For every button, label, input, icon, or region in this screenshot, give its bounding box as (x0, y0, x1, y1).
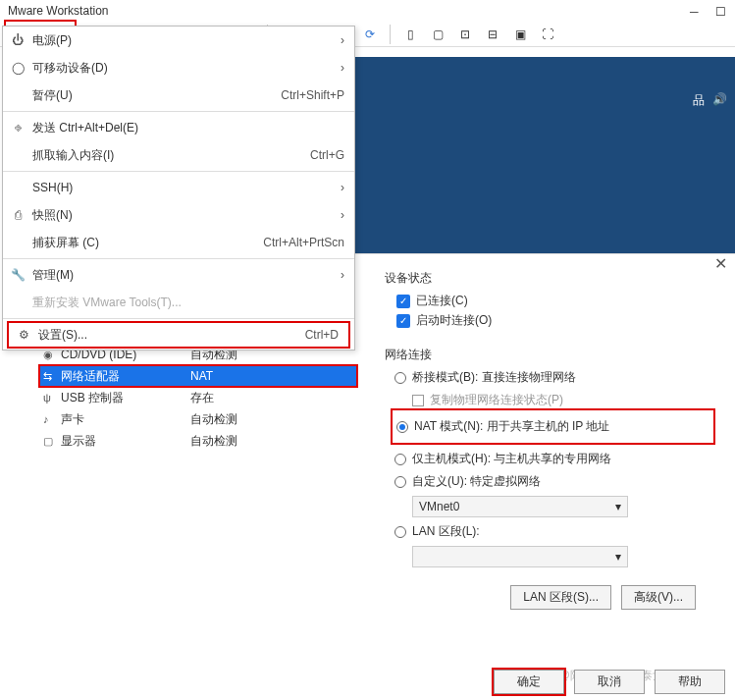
layout1-icon[interactable]: ▯ (398, 23, 422, 46)
cancel-button[interactable]: 取消 (574, 670, 645, 694)
camera-icon: ⎙ (11, 208, 25, 222)
chk-connect-poweron[interactable]: ✓启动时连接(O) (396, 312, 715, 329)
display-icon: ▢ (43, 435, 61, 448)
custom-vmnet-select: VMnet0▾ (412, 496, 628, 517)
radio-icon (394, 372, 406, 384)
chevron-right-icon: › (341, 33, 344, 47)
radio-lan[interactable]: LAN 区段(L): (394, 523, 715, 540)
chevron-down-icon: ▾ (615, 500, 621, 513)
radio-icon (394, 476, 406, 488)
radio-nat[interactable]: NAT 模式(N): 用于共享主机的 IP 地址 (396, 418, 709, 435)
net-title: 网络连接 (385, 347, 715, 363)
hw-sound[interactable]: ♪声卡自动检测 (39, 408, 357, 430)
menu-snapshot[interactable]: ⎙快照(N)› (3, 201, 354, 229)
menu-ssh[interactable]: SSH(H)› (3, 174, 354, 201)
help-button[interactable]: 帮助 (655, 670, 725, 694)
check-icon: ✓ (396, 295, 410, 308)
status-title: 设备状态 (385, 270, 715, 287)
menu-power[interactable]: ⏻电源(P)› (3, 27, 354, 54)
radio-icon (394, 526, 406, 538)
chevron-down-icon: ▾ (615, 550, 621, 564)
layout4-icon[interactable]: ⊟ (481, 23, 504, 46)
layout3-icon[interactable]: ⊡ (453, 23, 477, 46)
radio-icon (396, 421, 408, 433)
window-title: Mware Workstation (8, 4, 108, 18)
network-icon: ⇆ (43, 370, 61, 383)
close-icon[interactable]: ✕ (714, 254, 727, 273)
layout2-icon[interactable]: ▢ (426, 23, 449, 46)
chk-connected[interactable]: ✓已连接(C) (396, 293, 715, 309)
menu-grab-input[interactable]: 抓取输入内容(I)Ctrl+G (3, 141, 354, 169)
radio-icon (394, 454, 406, 465)
hw-display[interactable]: ▢显示器自动检测 (39, 430, 357, 452)
lan-segments-button[interactable]: LAN 区段(S)... (510, 585, 611, 610)
cycle-icon[interactable]: ⟳ (358, 23, 382, 46)
wrench-icon: 🔧 (11, 268, 25, 282)
ok-button[interactable]: 确定 (494, 670, 564, 694)
menu-manage[interactable]: 🔧管理(M)› (3, 261, 354, 289)
lan-segment-select: ▾ (412, 546, 628, 567)
power-icon: ⏻ (11, 33, 25, 47)
menu-reinstall-tools: 重新安装 VMware Tools(T)... (3, 289, 354, 316)
maximize-icon[interactable]: ☐ (715, 5, 727, 17)
gear-icon: ⚙ (17, 328, 30, 342)
menu-pause[interactable]: 暂停(U)Ctrl+Shift+P (3, 81, 354, 109)
advanced-button[interactable]: 高级(V)... (621, 585, 696, 610)
sound-icon: ♪ (43, 413, 61, 425)
menu-capture[interactable]: 捕获屏幕 (C)Ctrl+Alt+PrtScn (3, 229, 354, 256)
vm-console-panel: 品 🔊 (355, 57, 735, 253)
minimize-icon[interactable]: ─ (690, 5, 702, 17)
hw-network[interactable]: ⇆网络适配器NAT (39, 365, 357, 387)
radio-custom[interactable]: 自定义(U): 特定虚拟网络 (394, 473, 715, 490)
vm-menu-dropdown: ⏻电源(P)› ◯可移动设备(D)› 暂停(U)Ctrl+Shift+P ⎆发送… (2, 26, 355, 350)
device-config-pane: 设备状态 ✓已连接(C) ✓启动时连接(O) 网络连接 桥接模式(B): 直接连… (375, 254, 735, 653)
check-icon: ✓ (396, 314, 410, 328)
chk-replicate: 复制物理网络连接状态(P) (412, 392, 715, 408)
menu-send-cad[interactable]: ⎆发送 Ctrl+Alt+Del(E) (3, 114, 354, 141)
checkbox-icon (412, 395, 424, 406)
fullscreen-icon[interactable]: ⛶ (536, 23, 559, 46)
hw-usb[interactable]: ψUSB 控制器存在 (39, 387, 357, 408)
volume-tray-icon[interactable]: 🔊 (712, 92, 727, 109)
network-tray-icon[interactable]: 品 (693, 92, 705, 109)
menu-removable[interactable]: ◯可移动设备(D)› (3, 54, 354, 81)
menu-settings[interactable]: ⚙设置(S)...Ctrl+D (7, 321, 350, 349)
radio-bridged[interactable]: 桥接模式(B): 直接连接物理网络 (394, 369, 715, 386)
radio-hostonly[interactable]: 仅主机模式(H): 与主机共享的专用网络 (394, 451, 715, 467)
console-icon[interactable]: ▣ (508, 23, 532, 46)
usb-icon: ψ (43, 392, 61, 404)
